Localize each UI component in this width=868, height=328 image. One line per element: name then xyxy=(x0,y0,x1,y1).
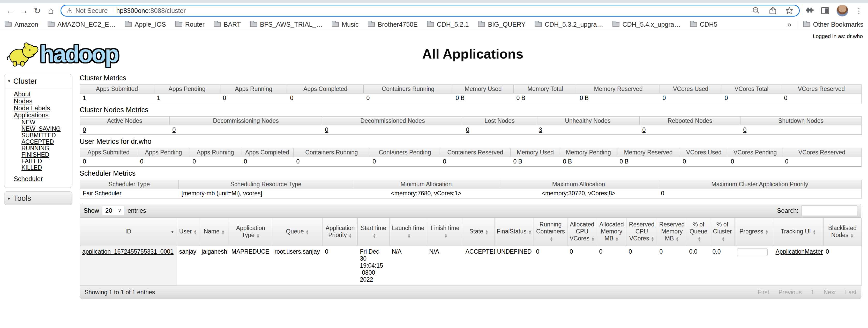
bookmark-folder[interactable]: Brother4750E xyxy=(368,21,417,28)
bookmark-folder[interactable]: CDH5 xyxy=(690,21,717,28)
sidebar-item-state-finished[interactable]: FINISHED xyxy=(22,152,72,158)
sidebar-link-label[interactable]: Node Labels xyxy=(14,104,50,112)
share-icon[interactable] xyxy=(768,6,777,15)
address-bar[interactable]: ⚠ Not Secure hp8300one:8088/cluster xyxy=(61,5,800,17)
folder-icon xyxy=(803,22,810,27)
pagination-previous[interactable]: Previous xyxy=(778,289,802,296)
col-blacklisted-nodes[interactable]: Blacklisted Nodes▲▼ xyxy=(824,218,862,246)
col-queue[interactable]: Queue▲▼ xyxy=(272,218,323,246)
bookmarks-overflow-icon[interactable]: » xyxy=(787,20,792,29)
sidebar-item-state-running[interactable]: RUNNING xyxy=(22,145,72,152)
menu-kebab-icon[interactable]: ⋮ xyxy=(855,6,863,15)
col-tracking-ui[interactable]: Tracking UI▲▼ xyxy=(773,218,824,246)
search-input[interactable] xyxy=(802,206,858,216)
home-icon[interactable]: ⌂ xyxy=(44,5,57,16)
sidebar-link-label[interactable]: Nodes xyxy=(14,98,32,105)
sidebar-link-label[interactable]: Applications xyxy=(14,111,49,119)
state-link-label[interactable]: SUBMITTED xyxy=(22,132,56,139)
page-size-select[interactable]: 20 ∨ xyxy=(102,206,124,216)
zoom-out-icon[interactable] xyxy=(752,6,761,15)
col-reserved-cpu-vcores[interactable]: Reserved CPU VCores▲▼ xyxy=(626,218,657,246)
sidebar-item-state-new-saving[interactable]: NEW_SAVING xyxy=(22,126,72,132)
sidebar-item-state-accepted[interactable]: ACCEPTED xyxy=(22,139,72,145)
sidebar-item-state-killed[interactable]: KILLED xyxy=(22,165,72,171)
sidebar-item-state-new[interactable]: NEW xyxy=(22,119,72,126)
bookmark-folder[interactable]: CDH_5.3.2_upgra… xyxy=(535,21,603,28)
sidebar-section-cluster[interactable]: ▾ Cluster xyxy=(4,74,72,88)
bookmark-folder[interactable]: Router xyxy=(175,21,205,28)
state-link-label[interactable]: ACCEPTED xyxy=(22,138,54,145)
bookmark-star-icon[interactable] xyxy=(785,6,794,15)
bookmark-folder[interactable]: CDH_5.4.x_upgra… xyxy=(613,21,681,28)
refresh-icon[interactable]: ↻ xyxy=(31,6,44,16)
not-secure-label[interactable]: Not Secure xyxy=(75,7,107,15)
decommissioning-nodes-link[interactable]: 0 xyxy=(173,127,176,133)
sidebar-link-label[interactable]: Scheduler xyxy=(14,175,43,183)
sidebar-item-about[interactable]: About xyxy=(14,91,72,98)
state-link-label[interactable]: RUNNING xyxy=(22,145,49,152)
col-starttime[interactable]: StartTime▲▼ xyxy=(358,218,390,246)
unhealthy-nodes-link[interactable]: 3 xyxy=(539,127,542,133)
pagination-next[interactable]: Next xyxy=(824,289,836,296)
sidebar-item-nodes[interactable]: Nodes xyxy=(14,98,72,105)
state-link-label[interactable]: KILLED xyxy=(22,164,42,171)
col-progress[interactable]: Progress▲▼ xyxy=(735,218,773,246)
decommissioned-nodes-link[interactable]: 0 xyxy=(325,127,329,133)
active-nodes-link[interactable]: 0 xyxy=(83,127,86,133)
col-allocated-cpu-vcores[interactable]: Allocated CPU VCores▲▼ xyxy=(567,218,597,246)
col-name[interactable]: Name▲▼ xyxy=(199,218,229,246)
bookmark-folder[interactable]: Amazon xyxy=(5,21,38,28)
col-launchtime[interactable]: LaunchTime▲▼ xyxy=(390,218,427,246)
col-id[interactable]: ID▼ xyxy=(80,218,177,246)
side-panel-icon[interactable] xyxy=(820,6,830,15)
col-state[interactable]: State▲▼ xyxy=(463,218,495,246)
url-path[interactable]: :8088/cluster xyxy=(149,7,186,14)
bookmark-folder[interactable]: BART xyxy=(214,21,241,28)
col-finalstatus[interactable]: FinalStatus▲▼ xyxy=(495,218,534,246)
state-link-label[interactable]: NEW_SAVING xyxy=(22,126,61,132)
state-link-label[interactable]: FAILED xyxy=(22,158,42,165)
col-allocated-memory-mb[interactable]: Allocated Memory MB▲▼ xyxy=(597,218,626,246)
sidebar-link-label[interactable]: About xyxy=(14,90,31,98)
bookmark-folder[interactable]: AMAZON_EC2_E… xyxy=(48,21,116,28)
bookmark-folder[interactable]: Apple_IOS xyxy=(125,21,166,28)
shutdown-nodes-link[interactable]: 0 xyxy=(743,127,747,133)
cell-allocated-memory-mb: 0 xyxy=(597,246,626,285)
sidebar-item-state-failed[interactable]: FAILED xyxy=(22,158,72,165)
bookmark-folder[interactable]: BIG_QUERY xyxy=(478,21,525,28)
col-finishtime[interactable]: FinishTime▲▼ xyxy=(427,218,463,246)
col-reserved-memory-mb[interactable]: Reserved Memory MB▲▼ xyxy=(657,218,687,246)
not-secure-warning-icon[interactable]: ⚠ xyxy=(66,7,72,15)
rebooted-nodes-link[interactable]: 0 xyxy=(643,127,646,133)
other-bookmarks[interactable]: Other Bookmarks xyxy=(803,21,863,28)
state-link-label[interactable]: FINISHED xyxy=(22,151,49,158)
back-icon[interactable]: ← xyxy=(4,6,17,16)
col-application-priority[interactable]: Application Priority▲▼ xyxy=(323,218,358,246)
extensions-puzzle-icon[interactable] xyxy=(804,6,814,15)
col-header: Memory Pending xyxy=(560,148,617,157)
sidebar-section-tools[interactable]: ▸ Tools xyxy=(4,191,72,205)
bookmark-folder[interactable]: CDH_5.2.1 xyxy=(427,21,469,28)
pagination-page-1[interactable]: 1 xyxy=(811,289,814,296)
bookmark-folder[interactable]: Music xyxy=(332,21,359,28)
profile-avatar[interactable] xyxy=(836,5,848,17)
pagination-last[interactable]: Last xyxy=(845,289,856,296)
sidebar-item-scheduler[interactable]: Scheduler xyxy=(14,175,72,183)
col-user[interactable]: User▲▼ xyxy=(177,218,199,246)
sidebar-item-applications[interactable]: Applications NEW NEW_SAVING SUBMITTED AC… xyxy=(14,112,72,171)
application-master-link[interactable]: ApplicationMaster xyxy=(776,248,823,255)
lost-nodes-link[interactable]: 0 xyxy=(466,127,469,133)
application-id-link[interactable]: application_1672455755331_0001 xyxy=(82,248,174,255)
pagination-first[interactable]: First xyxy=(757,289,769,296)
bookmark-folder[interactable]: BFS_AWS_TRIAL_… xyxy=(250,21,322,28)
url-text[interactable]: hp8300one:8088/cluster xyxy=(116,7,185,15)
url-host[interactable]: hp8300one xyxy=(116,7,149,14)
col-pct-of-queue[interactable]: % of Queue▲▼ xyxy=(687,218,710,246)
forward-icon[interactable]: → xyxy=(17,6,31,16)
sidebar-item-state-submitted[interactable]: SUBMITTED xyxy=(22,132,72,139)
col-pct-of-cluster[interactable]: % of Cluster▲▼ xyxy=(710,218,735,246)
state-link-label[interactable]: NEW xyxy=(22,119,35,126)
col-running-containers[interactable]: Running Containers▲▼ xyxy=(534,218,567,246)
sidebar-item-node-labels[interactable]: Node Labels xyxy=(14,105,72,112)
col-application-type[interactable]: Application Type▲▼ xyxy=(229,218,272,246)
